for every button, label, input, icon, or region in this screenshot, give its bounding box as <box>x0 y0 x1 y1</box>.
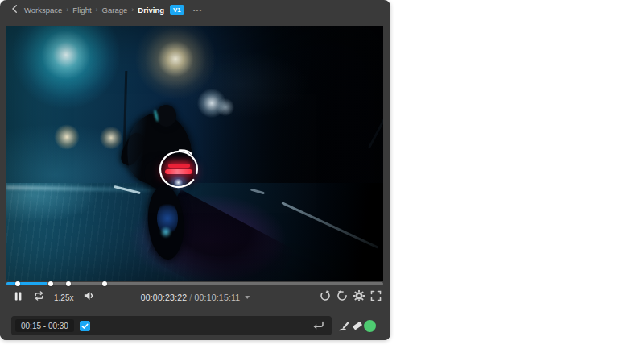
comment-bar: 00:15 - 00:30 <box>0 310 390 340</box>
video-player-stage[interactable] <box>6 26 383 281</box>
return-icon <box>312 320 325 334</box>
timeline-track[interactable] <box>6 282 383 285</box>
timestamp-range-chip[interactable]: 00:15 - 00:30 <box>15 319 74 332</box>
eraser-button[interactable] <box>351 319 364 332</box>
range-checkbox[interactable] <box>80 321 90 331</box>
settings-button[interactable] <box>351 289 367 306</box>
fullscreen-icon <box>370 290 382 305</box>
breadcrumb-item-garage[interactable]: Garage <box>102 6 128 15</box>
breadcrumb-separator: › <box>66 6 68 14</box>
fullscreen-button[interactable] <box>368 289 384 306</box>
breadcrumb-separator: › <box>131 6 134 14</box>
back-button[interactable] <box>6 2 24 18</box>
breadcrumb-item-workspace[interactable]: Workspace <box>24 6 62 15</box>
annotate-pen-button[interactable] <box>338 319 351 332</box>
vignette-overlay <box>6 26 383 281</box>
app-window: Workspace › Flight › Garage › Driving V1… <box>0 0 390 340</box>
pen-icon <box>338 321 351 335</box>
chevron-down-icon <box>245 296 250 299</box>
breadcrumb: Workspace › Flight › Garage › Driving V1… <box>0 0 390 19</box>
pause-button[interactable] <box>10 289 26 306</box>
timecode-dropdown[interactable]: 00:00:23:22 / 00:10:15:11 <box>141 287 250 308</box>
timecode-divider: / <box>189 293 192 302</box>
version-badge[interactable]: V1 <box>170 5 184 15</box>
rotate-ccw-icon <box>320 290 331 305</box>
breadcrumb-separator: › <box>96 6 98 14</box>
timecode-current: 00:00:23:22 <box>141 293 188 302</box>
timecode-total: 00:10:15:11 <box>194 293 240 302</box>
eraser-icon <box>351 321 364 335</box>
timeline-marker[interactable] <box>15 281 20 286</box>
loop-button[interactable] <box>31 289 47 306</box>
chevron-left-icon <box>10 2 20 17</box>
rotate-cw-icon <box>336 290 348 305</box>
more-options-button[interactable]: ••• <box>193 6 202 14</box>
comment-input[interactable]: 00:15 - 00:30 <box>11 316 332 335</box>
submit-comment-button[interactable] <box>312 320 326 332</box>
loop-icon <box>33 290 45 305</box>
pause-icon <box>13 290 23 305</box>
breadcrumb-item-flight[interactable]: Flight <box>72 6 91 15</box>
rotate-cw-button[interactable] <box>334 289 350 306</box>
gear-icon <box>353 290 365 305</box>
volume-button[interactable] <box>80 289 97 306</box>
timeline-marker[interactable] <box>66 281 71 286</box>
playback-speed-button[interactable]: 1.25x <box>52 293 76 302</box>
rotate-ccw-button[interactable] <box>317 289 333 306</box>
timeline-progress <box>6 282 47 285</box>
timeline-marker[interactable] <box>102 281 107 286</box>
player-controls-bar: 1.25x 00:00:23:22 / 00:10:15:11 <box>0 281 390 310</box>
timeline-marker[interactable] <box>48 281 53 286</box>
breadcrumb-item-driving[interactable]: Driving <box>138 6 164 15</box>
color-swatch[interactable] <box>364 320 376 332</box>
volume-icon <box>83 290 95 305</box>
